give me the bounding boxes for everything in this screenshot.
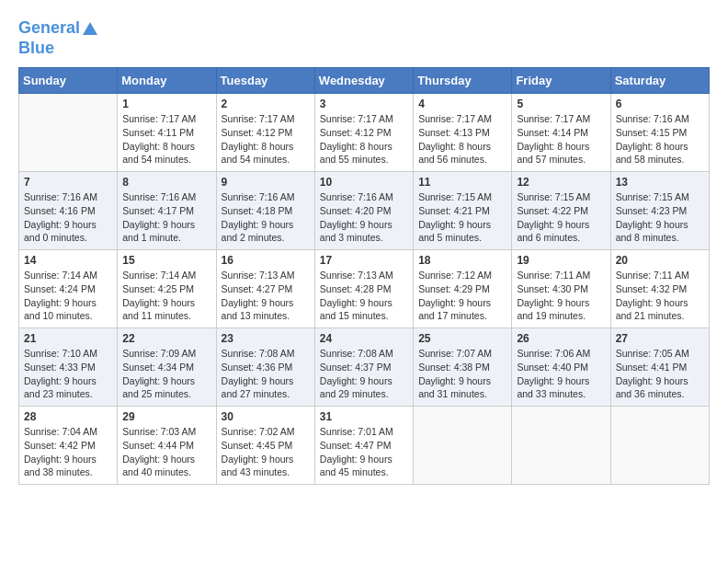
calendar-cell <box>512 407 610 485</box>
week-row-4: 21Sunrise: 7:10 AMSunset: 4:33 PMDayligh… <box>19 328 710 407</box>
calendar-cell: 25Sunrise: 7:07 AMSunset: 4:38 PMDayligh… <box>414 328 512 407</box>
day-number: 25 <box>418 332 506 345</box>
page-header: General Blue <box>18 18 710 58</box>
day-info: Sunrise: 7:14 AMSunset: 4:24 PMDaylight:… <box>24 269 112 323</box>
week-row-1: 1Sunrise: 7:17 AMSunset: 4:11 PMDaylight… <box>19 94 710 172</box>
calendar-cell: 5Sunrise: 7:17 AMSunset: 4:14 PMDaylight… <box>512 94 610 172</box>
day-number: 15 <box>122 254 210 267</box>
day-number: 23 <box>222 332 310 345</box>
calendar-cell: 1Sunrise: 7:17 AMSunset: 4:11 PMDaylight… <box>118 94 216 172</box>
calendar-cell: 17Sunrise: 7:13 AMSunset: 4:28 PMDayligh… <box>314 250 413 328</box>
logo-general: General <box>18 18 80 37</box>
day-number: 29 <box>122 410 210 423</box>
day-info: Sunrise: 7:08 AMSunset: 4:36 PMDaylight:… <box>222 347 310 401</box>
day-number: 22 <box>122 332 210 345</box>
header-saturday: Saturday <box>610 68 709 94</box>
day-info: Sunrise: 7:02 AMSunset: 4:45 PMDaylight:… <box>222 425 310 479</box>
calendar-cell: 21Sunrise: 7:10 AMSunset: 4:33 PMDayligh… <box>19 328 118 407</box>
day-info: Sunrise: 7:17 AMSunset: 4:11 PMDaylight:… <box>122 112 210 167</box>
calendar-cell: 22Sunrise: 7:09 AMSunset: 4:34 PMDayligh… <box>118 328 216 407</box>
day-info: Sunrise: 7:10 AMSunset: 4:33 PMDaylight:… <box>24 347 112 401</box>
calendar-cell: 20Sunrise: 7:11 AMSunset: 4:32 PMDayligh… <box>610 250 709 328</box>
calendar-cell: 13Sunrise: 7:15 AMSunset: 4:23 PMDayligh… <box>610 172 709 250</box>
logo-text: General Blue <box>18 18 97 58</box>
calendar-cell <box>414 407 512 485</box>
day-number: 6 <box>616 98 704 110</box>
day-info: Sunrise: 7:17 AMSunset: 4:12 PMDaylight:… <box>222 112 310 167</box>
calendar-cell <box>19 94 118 172</box>
day-info: Sunrise: 7:04 AMSunset: 4:42 PMDaylight:… <box>24 425 112 479</box>
day-info: Sunrise: 7:07 AMSunset: 4:38 PMDaylight:… <box>418 347 506 401</box>
day-number: 10 <box>320 176 408 189</box>
calendar-cell: 28Sunrise: 7:04 AMSunset: 4:42 PMDayligh… <box>19 407 118 485</box>
day-info: Sunrise: 7:13 AMSunset: 4:28 PMDaylight:… <box>320 269 408 323</box>
calendar-cell <box>610 407 709 485</box>
day-info: Sunrise: 7:01 AMSunset: 4:47 PMDaylight:… <box>320 425 408 479</box>
calendar-cell: 31Sunrise: 7:01 AMSunset: 4:47 PMDayligh… <box>314 407 413 485</box>
day-number: 5 <box>517 98 605 110</box>
day-info: Sunrise: 7:15 AMSunset: 4:21 PMDaylight:… <box>418 190 506 245</box>
day-info: Sunrise: 7:11 AMSunset: 4:32 PMDaylight:… <box>616 269 704 323</box>
calendar-cell: 9Sunrise: 7:16 AMSunset: 4:18 PMDaylight… <box>216 172 314 250</box>
day-info: Sunrise: 7:16 AMSunset: 4:18 PMDaylight:… <box>222 190 310 245</box>
day-number: 27 <box>616 332 704 345</box>
day-number: 11 <box>418 176 506 189</box>
day-number: 20 <box>616 254 704 267</box>
day-number: 24 <box>320 332 408 345</box>
calendar-cell: 14Sunrise: 7:14 AMSunset: 4:24 PMDayligh… <box>19 250 118 328</box>
calendar-cell: 6Sunrise: 7:16 AMSunset: 4:15 PMDaylight… <box>610 94 709 172</box>
header-row: SundayMondayTuesdayWednesdayThursdayFrid… <box>19 68 710 94</box>
day-info: Sunrise: 7:08 AMSunset: 4:37 PMDaylight:… <box>320 347 408 401</box>
day-number: 14 <box>24 254 112 267</box>
calendar-cell: 24Sunrise: 7:08 AMSunset: 4:37 PMDayligh… <box>314 328 413 407</box>
day-number: 8 <box>122 176 210 189</box>
calendar-cell: 18Sunrise: 7:12 AMSunset: 4:29 PMDayligh… <box>414 250 512 328</box>
day-number: 16 <box>222 254 310 267</box>
day-info: Sunrise: 7:11 AMSunset: 4:30 PMDaylight:… <box>517 269 605 323</box>
calendar-cell: 10Sunrise: 7:16 AMSunset: 4:20 PMDayligh… <box>314 172 413 250</box>
day-info: Sunrise: 7:14 AMSunset: 4:25 PMDaylight:… <box>122 269 210 323</box>
day-number: 1 <box>122 98 210 110</box>
day-info: Sunrise: 7:17 AMSunset: 4:14 PMDaylight:… <box>517 112 605 167</box>
day-info: Sunrise: 7:17 AMSunset: 4:12 PMDaylight:… <box>320 112 408 167</box>
day-number: 21 <box>24 332 112 345</box>
day-info: Sunrise: 7:15 AMSunset: 4:23 PMDaylight:… <box>616 190 704 245</box>
day-info: Sunrise: 7:05 AMSunset: 4:41 PMDaylight:… <box>616 347 704 401</box>
day-number: 30 <box>222 410 310 423</box>
day-number: 26 <box>517 332 605 345</box>
calendar-table: SundayMondayTuesdayWednesdayThursdayFrid… <box>18 67 710 485</box>
day-info: Sunrise: 7:03 AMSunset: 4:44 PMDaylight:… <box>122 425 210 479</box>
day-info: Sunrise: 7:09 AMSunset: 4:34 PMDaylight:… <box>122 347 210 401</box>
calendar-cell: 16Sunrise: 7:13 AMSunset: 4:27 PMDayligh… <box>216 250 314 328</box>
calendar-cell: 11Sunrise: 7:15 AMSunset: 4:21 PMDayligh… <box>414 172 512 250</box>
calendar-cell: 26Sunrise: 7:06 AMSunset: 4:40 PMDayligh… <box>512 328 610 407</box>
header-thursday: Thursday <box>414 68 512 94</box>
calendar-cell: 7Sunrise: 7:16 AMSunset: 4:16 PMDaylight… <box>19 172 118 250</box>
week-row-2: 7Sunrise: 7:16 AMSunset: 4:16 PMDaylight… <box>19 172 710 250</box>
day-info: Sunrise: 7:15 AMSunset: 4:22 PMDaylight:… <box>517 190 605 245</box>
logo-blue: Blue <box>18 39 97 59</box>
day-number: 12 <box>517 176 605 189</box>
day-info: Sunrise: 7:06 AMSunset: 4:40 PMDaylight:… <box>517 347 605 401</box>
header-monday: Monday <box>118 68 216 94</box>
calendar-cell: 27Sunrise: 7:05 AMSunset: 4:41 PMDayligh… <box>610 328 709 407</box>
calendar-cell: 3Sunrise: 7:17 AMSunset: 4:12 PMDaylight… <box>314 94 413 172</box>
day-number: 2 <box>222 98 310 110</box>
day-number: 28 <box>24 410 112 423</box>
header-wednesday: Wednesday <box>314 68 413 94</box>
day-info: Sunrise: 7:17 AMSunset: 4:13 PMDaylight:… <box>418 112 506 167</box>
calendar-cell: 19Sunrise: 7:11 AMSunset: 4:30 PMDayligh… <box>512 250 610 328</box>
header-tuesday: Tuesday <box>216 68 314 94</box>
day-number: 9 <box>222 176 310 189</box>
day-number: 7 <box>24 176 112 189</box>
calendar-cell: 30Sunrise: 7:02 AMSunset: 4:45 PMDayligh… <box>216 407 314 485</box>
day-info: Sunrise: 7:16 AMSunset: 4:16 PMDaylight:… <box>24 190 112 245</box>
day-number: 31 <box>320 410 408 423</box>
calendar-cell: 12Sunrise: 7:15 AMSunset: 4:22 PMDayligh… <box>512 172 610 250</box>
day-number: 3 <box>320 98 408 110</box>
day-info: Sunrise: 7:16 AMSunset: 4:20 PMDaylight:… <box>320 190 408 245</box>
day-info: Sunrise: 7:12 AMSunset: 4:29 PMDaylight:… <box>418 269 506 323</box>
day-info: Sunrise: 7:16 AMSunset: 4:17 PMDaylight:… <box>122 190 210 245</box>
day-number: 13 <box>616 176 704 189</box>
day-info: Sunrise: 7:16 AMSunset: 4:15 PMDaylight:… <box>616 112 704 167</box>
